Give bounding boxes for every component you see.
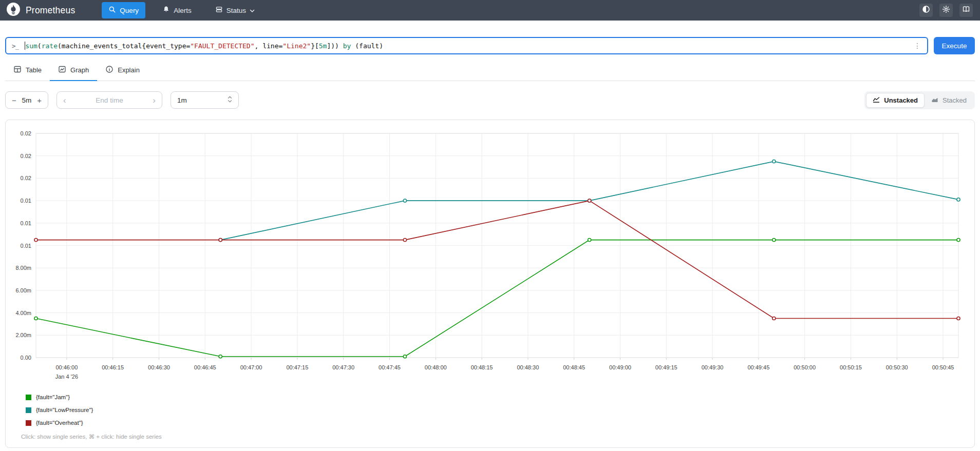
time-back-chevron-icon[interactable]: ‹ [63,96,66,105]
legend-label: {fault="Overheat"} [36,420,83,426]
book-icon [962,5,970,15]
x-axis-tick-label: 00:46:45 [194,364,216,370]
data-point[interactable] [403,199,406,202]
legend-item[interactable]: {fault="Jam"} [26,394,974,400]
brand[interactable]: Prometheus [6,2,75,18]
y-axis-tick-label: 4.00m [15,310,31,316]
data-point[interactable] [34,317,37,320]
x-axis-tick-label: 00:47:30 [332,364,354,370]
series-line [36,240,958,357]
server-stack-icon [215,6,223,15]
settings-button[interactable] [939,4,953,17]
tab-table[interactable]: Table [5,61,50,81]
promql-token-str: "FAULT_DETECTED" [190,42,254,50]
query-text: sum(rate(machine_events_total{event_type… [25,42,383,50]
data-point[interactable] [588,199,591,202]
data-point[interactable] [772,239,776,242]
data-point[interactable] [772,160,776,163]
graph-controls: − 5m + ‹ End time › 1m Unstacked [5,91,975,109]
data-point[interactable] [957,317,960,320]
nav-status-dropdown[interactable]: Status [209,2,261,18]
select-chevrons-icon [228,95,232,105]
range-value[interactable]: 5m [22,96,32,104]
x-axis-tick-label: 00:46:15 [102,364,124,370]
chevron-down-icon [250,7,255,14]
query-options-kebab-icon[interactable]: ⋮ [913,42,922,49]
nav-query-button[interactable]: Query [102,2,145,18]
promql-token-p: [ [315,42,319,50]
promql-query-input[interactable]: >_ sum(rate(machine_events_total{event_t… [5,37,928,54]
line-chart-icon [873,96,880,105]
legend-label: {fault="Jam"} [36,394,70,400]
result-tabs: Table Graph Explain [5,61,975,81]
tab-explain[interactable]: Explain [97,61,148,81]
x-axis-tick-label: 00:49:45 [747,364,769,370]
data-point[interactable] [219,355,222,358]
x-axis-tick-label: 00:46:30 [148,364,170,370]
stacking-toggle: Unstacked Stacked [864,91,975,109]
x-axis-tick-label: 00:47:00 [240,364,262,370]
range-decrease-button[interactable]: − [11,96,17,105]
tab-graph[interactable]: Graph [50,61,97,81]
x-axis-tick-label: 00:48:30 [517,364,539,370]
x-axis-tick-label: 00:46:00 [55,364,78,370]
legend-swatch-icon [26,395,31,400]
promql-token-label: fault [359,42,379,50]
theme-toggle-button[interactable] [919,4,933,17]
execute-button[interactable]: Execute [934,37,975,54]
data-point[interactable] [772,317,776,320]
nav-query-label: Query [120,7,139,14]
promql-token-p [339,42,343,50]
stacked-button[interactable]: Stacked [925,93,973,108]
x-axis-tick-label: 00:48:00 [425,364,447,370]
legend-item[interactable]: {fault="Overheat"} [26,420,974,426]
navbar: Prometheus Query Alerts Status [0,0,980,21]
time-forward-chevron-icon[interactable]: › [153,96,156,105]
promql-token-p: ( [37,42,42,50]
tab-table-label: Table [26,66,42,74]
documentation-button[interactable] [959,4,973,17]
x-axis-date-label: Jan 4 '26 [55,374,78,380]
data-point[interactable] [957,239,960,242]
promql-token-str: "Line2" [282,42,311,50]
promql-token-metric: machine_events_total [62,42,142,50]
unstacked-button[interactable]: Unstacked [866,93,925,108]
x-axis-tick-label: 00:50:30 [886,364,908,370]
data-point[interactable] [34,239,37,242]
data-point[interactable] [403,355,406,358]
legend-swatch-icon [26,407,31,413]
bell-icon [162,6,170,15]
range-input[interactable]: − 5m + [5,91,48,109]
resolution-select[interactable]: 1m [171,91,239,109]
x-axis-tick-label: 00:49:15 [655,364,677,370]
range-increase-button[interactable]: + [36,96,43,105]
data-point[interactable] [219,239,222,242]
chart-legend: {fault="Jam"}{fault="LowPressure"}{fault… [26,394,974,426]
x-axis-tick-label: 00:48:45 [563,364,585,370]
y-axis-tick-label: 2.00m [15,332,31,338]
data-point[interactable] [957,198,960,201]
y-axis-tick-label: 0.02 [21,153,31,159]
time-series-chart[interactable]: 0.020.020.020.010.010.018.00m6.00m4.00m2… [6,120,974,383]
promql-token-p: )) [331,42,339,50]
x-axis-tick-label: 00:47:45 [379,364,401,370]
data-point[interactable] [588,239,591,242]
legend-help-text: Click: show single series, ⌘ + click: hi… [21,433,974,440]
tab-explain-label: Explain [118,66,140,74]
nav-status-label: Status [227,7,246,14]
data-point[interactable] [403,239,406,242]
y-axis-tick-label: 0.02 [21,130,31,136]
y-axis-tick-label: 0.02 [21,175,31,181]
promql-token-p: ( [351,42,359,50]
legend-label: {fault="LowPressure"} [36,407,93,413]
y-axis-tick-label: 0.01 [21,198,31,204]
unstacked-label: Unstacked [884,96,918,104]
nav-alerts-button[interactable]: Alerts [156,2,198,18]
end-time-placeholder: End time [96,96,123,104]
legend-item[interactable]: {fault="LowPressure"} [26,407,974,413]
x-axis-tick-label: 00:50:15 [840,364,862,370]
query-row: >_ sum(rate(machine_events_total{event_t… [5,37,975,54]
prometheus-logo-icon [6,2,21,18]
end-time-input[interactable]: ‹ End time › [56,91,162,109]
info-icon [105,65,114,75]
